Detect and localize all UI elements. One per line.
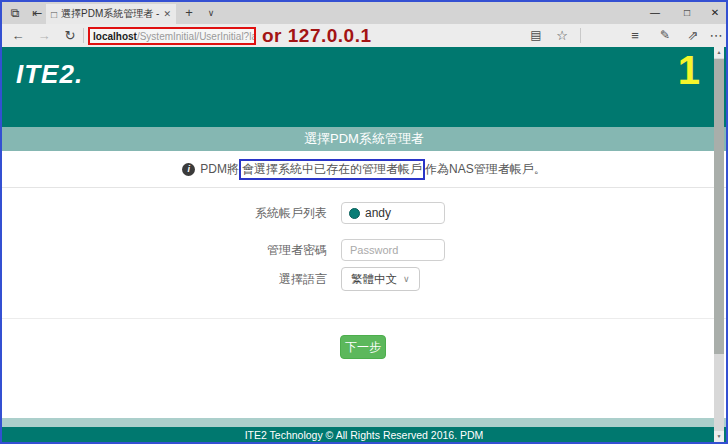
hub-icon[interactable]: ≡ bbox=[624, 24, 646, 47]
page-title-bar: 選擇PDM系統管理者 bbox=[2, 127, 726, 151]
reading-view-icon[interactable]: ▤ bbox=[526, 24, 546, 47]
tab-preview-chevron-icon[interactable]: ∨ bbox=[202, 2, 220, 24]
page-favicon-icon: □ bbox=[51, 9, 57, 20]
forward-button[interactable]: → bbox=[34, 24, 54, 47]
footer-bar: ITE2 Technology © All Rights Reserved 20… bbox=[2, 427, 726, 442]
page-scrollbar[interactable]: ▲ ▼ bbox=[714, 47, 724, 442]
admin-password-row: 管理者密碼 bbox=[192, 239, 445, 261]
window-minimize-button[interactable]: — bbox=[640, 2, 670, 24]
ite2-logo: ITE2. bbox=[16, 59, 83, 90]
back-button[interactable]: ← bbox=[8, 24, 28, 47]
next-step-button[interactable]: 下一步 bbox=[340, 335, 386, 359]
new-tab-button[interactable]: + bbox=[180, 2, 198, 24]
account-name: andy bbox=[365, 206, 391, 220]
url-alternative-annotation: or 127.0.0.1 bbox=[262, 25, 372, 47]
system-account-label: 系統帳戶列表 bbox=[192, 205, 327, 222]
screenshot-frame: ⧉ ⇤ □ 選擇PDM系統管理者 - P ✕ + ∨ — □ ✕ ← → ↻ ▤… bbox=[0, 0, 728, 444]
tab-close-icon[interactable]: ✕ bbox=[163, 9, 171, 19]
page-title: 選擇PDM系統管理者 bbox=[304, 130, 424, 148]
info-text-suffix: 作為NAS管理者帳戶。 bbox=[425, 161, 546, 178]
tab-title: 選擇PDM系統管理者 - P bbox=[61, 7, 160, 21]
footer-light-strip bbox=[2, 418, 726, 427]
toolbar-divider bbox=[580, 28, 581, 43]
window-maximize-button[interactable]: □ bbox=[672, 2, 702, 24]
browser-tab[interactable]: □ 選擇PDM系統管理者 - P ✕ bbox=[46, 4, 176, 24]
url-host: localhost bbox=[93, 31, 137, 42]
system-account-row: 系統帳戶列表 andy bbox=[192, 202, 445, 224]
window-close-button[interactable]: ✕ bbox=[700, 2, 728, 24]
footer-copyright: ITE2 Technology © All Rights Reserved 20… bbox=[245, 429, 484, 441]
admin-password-input[interactable] bbox=[341, 239, 445, 261]
chevron-down-icon: ∨ bbox=[403, 274, 410, 284]
info-icon: i bbox=[182, 163, 195, 176]
language-select[interactable]: 繁體中文 ∨ bbox=[341, 267, 420, 291]
info-row: i PDM將會選擇系統中已存在的管理者帳戶作為NAS管理者帳戶。 bbox=[2, 151, 726, 188]
share-icon[interactable]: ⇗ bbox=[682, 24, 704, 47]
info-text-highlighted: 會選擇系統中已存在的管理者帳戶 bbox=[239, 159, 425, 180]
radio-selected-icon[interactable] bbox=[349, 208, 360, 219]
tabs-set-aside-list-icon[interactable]: ⧉ bbox=[6, 2, 24, 24]
content-divider bbox=[2, 318, 726, 319]
language-label: 選擇語言 bbox=[192, 271, 327, 288]
favorites-star-icon[interactable]: ☆ bbox=[552, 24, 572, 47]
scroll-down-icon[interactable]: ▼ bbox=[714, 431, 724, 442]
next-step-label: 下一步 bbox=[345, 339, 381, 356]
admin-password-label: 管理者密碼 bbox=[192, 242, 327, 259]
more-options-icon[interactable]: ⋯ bbox=[706, 24, 726, 47]
scroll-up-icon[interactable]: ▲ bbox=[714, 47, 724, 58]
step-number-annotation: 1 bbox=[678, 47, 700, 93]
brand-header: ITE2. 1 bbox=[2, 47, 726, 127]
system-account-option[interactable]: andy bbox=[341, 202, 445, 224]
web-note-pen-icon[interactable]: ✎ bbox=[654, 24, 676, 47]
info-text-prefix: PDM將 bbox=[200, 161, 239, 178]
set-tabs-aside-icon[interactable]: ⇤ bbox=[28, 2, 46, 24]
language-selected-value: 繁體中文 bbox=[351, 272, 397, 287]
url-path: /SystemInitial/UserInitial?lang=zh-TW bbox=[137, 31, 256, 42]
scrollbar-thumb[interactable] bbox=[714, 59, 724, 354]
address-bar[interactable]: localhost/SystemInitial/UserInitial?lang… bbox=[88, 27, 256, 45]
toolbar-divider bbox=[83, 28, 84, 43]
refresh-button[interactable]: ↻ bbox=[60, 24, 80, 47]
browser-tab-strip: ⧉ ⇤ □ 選擇PDM系統管理者 - P ✕ + ∨ — □ ✕ bbox=[2, 2, 726, 24]
language-row: 選擇語言 繁體中文 ∨ bbox=[192, 267, 420, 291]
